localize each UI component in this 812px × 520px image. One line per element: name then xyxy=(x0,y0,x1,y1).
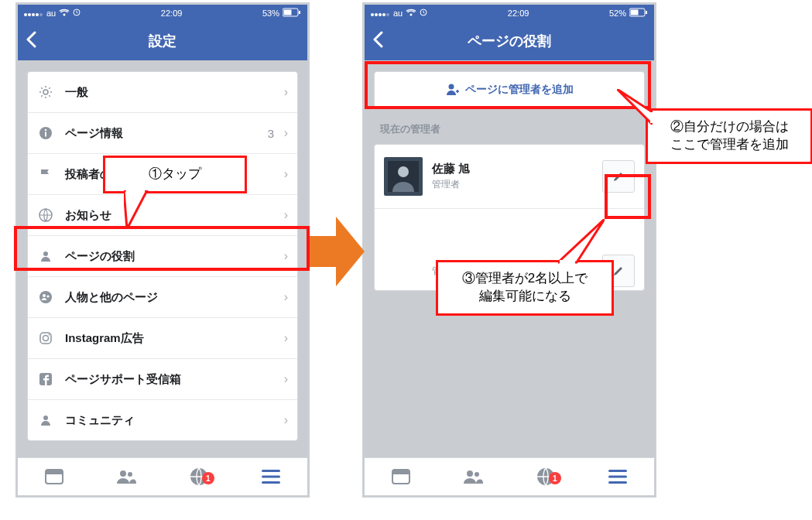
svg-rect-40 xyxy=(608,481,627,484)
people-icon xyxy=(37,289,54,306)
person-icon xyxy=(37,412,54,429)
chevron-right-icon: › xyxy=(284,372,288,386)
callout-text: ③管理者が2名以上で xyxy=(462,271,588,286)
alarm-icon xyxy=(73,9,81,18)
clock-label: 22:09 xyxy=(161,9,183,18)
svg-rect-6 xyxy=(45,132,46,137)
svg-point-20 xyxy=(120,470,126,477)
svg-point-12 xyxy=(46,295,49,297)
pencil-icon xyxy=(612,265,625,277)
svg-rect-3 xyxy=(299,11,300,14)
svg-rect-29 xyxy=(646,11,647,14)
highlight-edit-button xyxy=(605,174,651,219)
svg-rect-24 xyxy=(262,476,280,478)
callout-text: 編集可能になる xyxy=(479,289,571,303)
callout-3: ③管理者が2名以上で 編集可能になる xyxy=(436,260,614,316)
callout-text: ②自分だけの場合は xyxy=(670,119,789,134)
avatar xyxy=(384,157,423,196)
header: ページの役割 xyxy=(365,22,654,60)
globe-icon xyxy=(37,207,54,224)
svg-point-17 xyxy=(43,416,48,420)
tab-bar: 1 xyxy=(365,457,654,495)
back-icon[interactable] xyxy=(26,31,36,51)
tab-feed[interactable] xyxy=(365,468,437,485)
signal-dots-icon xyxy=(24,9,43,18)
tab-friends[interactable] xyxy=(437,468,510,485)
highlight-add-admin xyxy=(365,61,651,109)
tab-notifications[interactable]: 1 xyxy=(163,467,235,486)
row-label: ページサポート受信箱 xyxy=(65,372,181,387)
svg-rect-2 xyxy=(284,10,292,15)
chevron-right-icon: › xyxy=(284,413,288,427)
svg-point-32 xyxy=(398,166,409,177)
tab-menu[interactable] xyxy=(235,469,308,484)
battery-percent: 52% xyxy=(609,9,626,18)
tab-notifications[interactable]: 1 xyxy=(509,467,582,486)
svg-marker-44 xyxy=(650,112,653,123)
svg-point-11 xyxy=(43,294,46,297)
status-bar: au 22:09 53% xyxy=(18,5,307,22)
svg-rect-23 xyxy=(262,470,280,472)
svg-rect-38 xyxy=(608,470,627,472)
carrier-label: au xyxy=(393,9,403,18)
row-people-pages[interactable]: 人物と他のページ › xyxy=(28,277,297,318)
row-label: 一般 xyxy=(65,85,88,100)
highlight-page-roles xyxy=(14,226,310,271)
roles-content: ページに管理者を追加 現在の管理者 佐藤 旭 管理者 xyxy=(365,60,654,457)
chevron-right-icon: › xyxy=(284,85,288,99)
callout-2: ②自分だけの場合は ここで管理者を追加 xyxy=(646,108,812,164)
svg-marker-45 xyxy=(558,219,605,262)
svg-point-10 xyxy=(39,291,52,303)
clock-label: 22:09 xyxy=(508,9,529,18)
chevron-right-icon: › xyxy=(284,331,288,345)
row-instagram-ads[interactable]: Instagram広告 › xyxy=(28,318,297,359)
svg-marker-41 xyxy=(124,190,147,229)
chevron-right-icon: › xyxy=(284,167,288,181)
page-title: ページの役割 xyxy=(365,32,654,50)
admin-name: 佐藤 旭 xyxy=(432,162,470,176)
facebook-icon xyxy=(37,371,54,388)
row-community[interactable]: コミュニティ › xyxy=(28,400,297,440)
svg-rect-28 xyxy=(631,10,639,15)
battery-icon xyxy=(283,8,301,19)
svg-point-21 xyxy=(128,472,132,477)
callout-1: ①タップ xyxy=(103,156,247,193)
tab-bar: 1 xyxy=(18,457,307,495)
svg-marker-46 xyxy=(560,260,575,264)
row-page-info[interactable]: ページ情報 3 › xyxy=(28,113,297,154)
chevron-right-icon: › xyxy=(284,290,288,304)
svg-point-35 xyxy=(467,470,473,477)
row-general[interactable]: 一般 › xyxy=(28,72,297,113)
svg-rect-25 xyxy=(262,481,280,484)
arrow-right-icon xyxy=(307,217,365,286)
row-label: コミュニティ xyxy=(65,413,135,428)
chevron-right-icon: › xyxy=(284,208,288,222)
callout-text: ①タップ xyxy=(149,166,201,181)
svg-rect-34 xyxy=(392,470,409,474)
signal-dots-icon xyxy=(371,9,390,18)
tab-friends[interactable] xyxy=(91,468,163,485)
header: 設定 xyxy=(18,22,307,60)
row-support-inbox[interactable]: ページサポート受信箱 › xyxy=(28,359,297,400)
tab-feed[interactable] xyxy=(18,468,91,485)
flag-icon xyxy=(37,166,54,183)
svg-point-36 xyxy=(475,472,479,477)
svg-point-15 xyxy=(49,334,50,336)
svg-point-4 xyxy=(43,90,48,94)
camera-icon xyxy=(37,330,54,347)
gear-icon xyxy=(37,84,54,101)
svg-marker-43 xyxy=(617,89,653,125)
callout-text: ここで管理者を追加 xyxy=(670,137,789,152)
admin-role: 管理者 xyxy=(432,178,470,191)
back-icon[interactable] xyxy=(372,31,383,51)
notification-badge: 1 xyxy=(549,472,561,484)
notification-badge: 1 xyxy=(202,472,214,484)
chevron-right-icon: › xyxy=(284,126,288,140)
battery-percent: 53% xyxy=(262,9,279,18)
row-badge: 3 xyxy=(268,127,274,140)
row-label: Instagram広告 xyxy=(65,331,144,346)
svg-point-14 xyxy=(43,336,49,341)
admin-row: 佐藤 旭 管理者 xyxy=(375,145,644,209)
row-label: ページ情報 xyxy=(65,126,123,141)
tab-menu[interactable] xyxy=(582,469,655,484)
